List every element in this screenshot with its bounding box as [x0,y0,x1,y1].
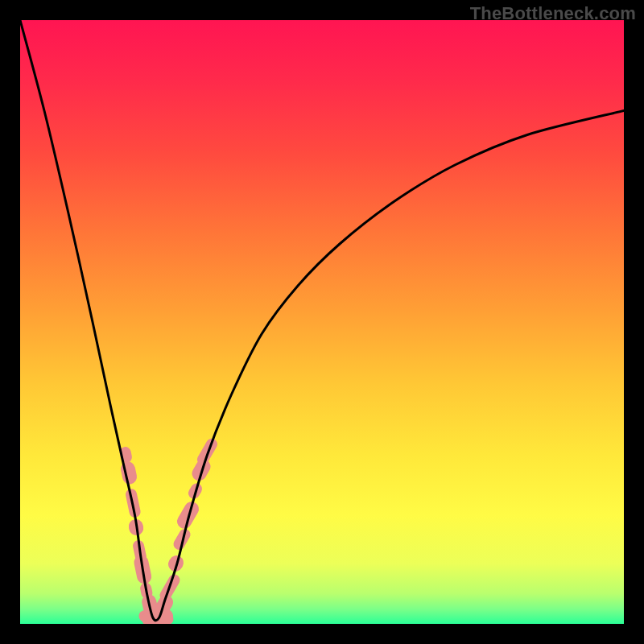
watermark-text: TheBottleneck.com [470,3,636,24]
bottleneck-curve [20,20,624,621]
plot-area [20,20,624,624]
curve-layer [20,20,624,624]
chart-frame: TheBottleneck.com [0,0,644,644]
data-point-marker [119,460,138,485]
